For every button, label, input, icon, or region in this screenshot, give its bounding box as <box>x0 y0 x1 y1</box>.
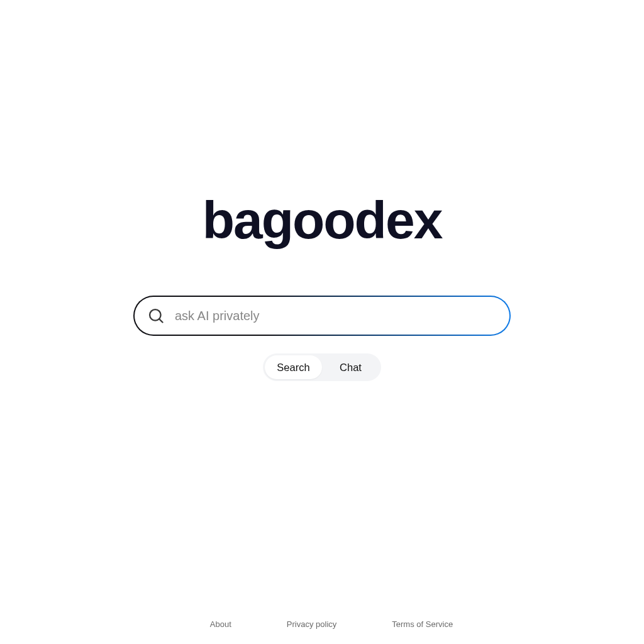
center-block: bagoodex Search Chat <box>133 194 511 381</box>
svg-line-1 <box>159 319 162 322</box>
footer-terms-link[interactable]: Terms of Service <box>392 619 453 629</box>
search-bar[interactable] <box>133 296 511 336</box>
footer-about-link[interactable]: About <box>210 619 231 629</box>
search-input[interactable] <box>165 297 509 335</box>
brand-logo: bagoodex <box>203 194 442 247</box>
toggle-chat[interactable]: Chat <box>322 355 379 379</box>
toggle-search[interactable]: Search <box>265 355 322 379</box>
search-icon <box>147 307 165 325</box>
page: bagoodex Search Chat About Privacy polic… <box>0 0 644 644</box>
search-inner <box>135 297 509 335</box>
footer-privacy-link[interactable]: Privacy policy <box>287 619 336 629</box>
mode-toggle: Search Chat <box>263 353 381 381</box>
footer: About Privacy policy Terms of Service <box>0 619 644 629</box>
